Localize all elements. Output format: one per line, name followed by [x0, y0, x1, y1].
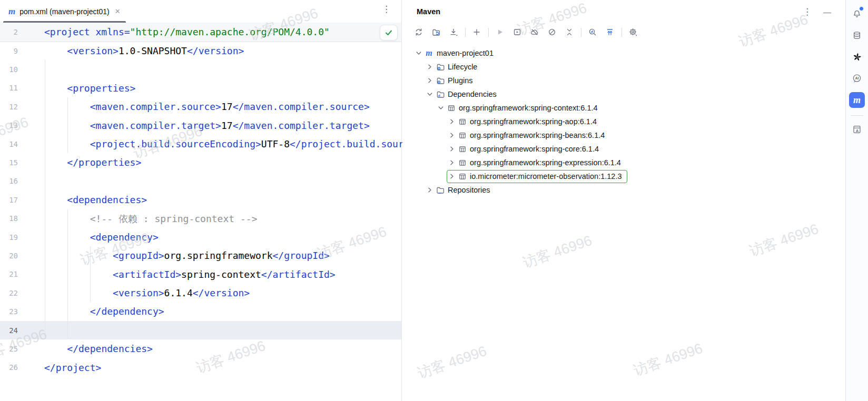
sticky-header-line[interactable]: 2<project xmlns="http://maven.apache.org… [0, 23, 401, 42]
code-text[interactable]: <maven.compiler.target>17</maven.compile… [44, 116, 370, 135]
tab-pom-xml[interactable]: m pom.xml (maven-project01) ✕ [0, 0, 128, 23]
maven-tree: mmaven-project01LifecyclePluginsDependen… [402, 46, 845, 197]
code-text[interactable]: </properties> [44, 153, 141, 172]
code-line-25[interactable]: 25 </dependencies> [0, 339, 401, 358]
code-text[interactable]: <artifactId>spring-context</artifactId> [44, 265, 336, 284]
folder-lib-icon [435, 90, 445, 99]
toggle-offline-mode-button[interactable] [528, 26, 541, 39]
close-tab-icon[interactable]: ✕ [115, 7, 121, 15]
code-line-16[interactable]: 16 [0, 172, 401, 191]
maven-settings-button[interactable] [626, 26, 639, 39]
code-text[interactable]: <!-- 依赖 : spring-context --> [44, 209, 257, 228]
code-line-23[interactable]: 23 </dependency> [0, 302, 401, 320]
tree-item-org-springframework-spring-core-6-1-4[interactable]: org.springframework:spring-core:6.1.4 [402, 142, 845, 156]
code-line-12[interactable]: 12 <maven.compiler.source>17</maven.comp… [0, 97, 401, 116]
chevron-right-icon[interactable] [447, 158, 456, 167]
code-line-21[interactable]: 21 <artifactId>spring-context</artifactI… [0, 265, 401, 284]
tree-item-maven-project01[interactable]: mmaven-project01 [402, 46, 845, 60]
tree-item-io-micrometer-micrometer-observation-1-12-3[interactable]: io.micrometer:micrometer-observation:1.1… [402, 169, 845, 183]
documentation-button[interactable]: A [849, 122, 865, 137]
code-line-9[interactable]: 9 <version>1.0-SNAPSHOT</version> [0, 42, 401, 60]
run-maven-build-button[interactable] [493, 26, 506, 39]
code-text[interactable]: <project xmlns="http://maven.apache.org/… [44, 23, 330, 41]
panel-hide-icon[interactable]: — [823, 7, 831, 16]
tree-item-lifecycle[interactable]: Lifecycle [402, 60, 845, 74]
reload-all-maven-projects-button[interactable] [412, 26, 425, 39]
code-text[interactable]: <maven.compiler.source>17</maven.compile… [44, 97, 370, 116]
chevron-right-icon[interactable] [425, 63, 434, 71]
code-line-24[interactable]: 24 [0, 321, 401, 339]
code-text[interactable]: <version>1.0-SNAPSHOT</version> [44, 42, 244, 60]
code-line-11[interactable]: 11 <properties> [0, 79, 401, 97]
plugin-pinwheel-button[interactable] [849, 49, 865, 65]
code-line-2[interactable]: 2<project xmlns="http://maven.apache.org… [0, 23, 330, 42]
no-circle-icon [548, 28, 556, 36]
code-text[interactable]: <version>6.1.4</version> [44, 284, 250, 302]
chevron-down-icon[interactable] [414, 49, 423, 57]
notification-badge [859, 6, 864, 11]
tree-item-label: org.springframework:spring-aop:6.1.4 [470, 117, 597, 126]
database-button[interactable] [849, 27, 865, 43]
dependency-analyzer-button[interactable] [586, 26, 599, 39]
tree-item-org-springframework-spring-aop-6-1-4[interactable]: org.springframework:spring-aop:6.1.4 [402, 115, 845, 128]
chevron-right-icon[interactable] [425, 186, 434, 194]
code-text[interactable]: </dependency> [44, 302, 164, 320]
code-line-22[interactable]: 22 <version>6.1.4</version> [0, 284, 401, 302]
tree-item-label: Repositories [448, 186, 490, 194]
maven-profiles-button[interactable] [603, 26, 616, 39]
doc-book-icon: A [852, 125, 862, 134]
chevron-right-icon[interactable] [447, 131, 456, 139]
code-line-10[interactable]: 10 [0, 60, 401, 78]
code-text[interactable]: <dependencies> [44, 191, 147, 209]
code-line-19[interactable]: 19 <dependency> [0, 228, 401, 246]
chevron-right-icon[interactable] [447, 172, 456, 181]
code-text[interactable]: <dependency> [44, 228, 159, 246]
maven-tool-window-button[interactable]: m [849, 92, 865, 108]
folder-gear-icon [435, 76, 445, 85]
code-line-14[interactable]: 14 <project.build.sourceEncoding>UTF-8</… [0, 135, 401, 153]
code-text[interactable]: <groupId>org.springframework</groupId> [44, 246, 330, 265]
code-line-15[interactable]: 15 </properties> [0, 153, 401, 172]
indent-guide [90, 246, 91, 302]
code-text[interactable]: </dependencies> [44, 339, 153, 358]
tree-item-dependencies[interactable]: Dependencies [402, 87, 845, 101]
notifications-button[interactable] [849, 6, 865, 22]
tab-options-kebab-icon[interactable]: ⋮ [382, 5, 391, 14]
add-maven-project-button[interactable] [470, 26, 483, 39]
code-text[interactable]: </project> [44, 358, 101, 377]
plus-icon [472, 28, 481, 36]
chevron-right-icon[interactable] [447, 117, 456, 126]
tree-item-label: io.micrometer:micrometer-observation:1.1… [470, 172, 622, 181]
library-icon [457, 172, 467, 181]
tree-item-label: org.springframework:spring-context:6.1.4 [459, 104, 598, 112]
up-arrows-icon [606, 28, 614, 36]
chevron-down-icon[interactable] [436, 104, 445, 112]
maven-tool-window: Maven ⋮ — mmaven-project01LifecyclePlugi… [402, 0, 845, 401]
tree-item-org-springframework-spring-expression-6-1-4[interactable]: org.springframework:spring-expression:6.… [402, 156, 845, 169]
chevron-down-icon[interactable] [425, 90, 434, 98]
svg-text:A: A [856, 128, 859, 133]
tree-item-org-springframework-spring-context-6-1-4[interactable]: org.springframework:spring-context:6.1.4 [402, 101, 845, 115]
chevron-right-icon[interactable] [447, 145, 456, 153]
code-line-26[interactable]: 26</project> [0, 358, 401, 377]
ai-assistant-button[interactable]: AI [849, 71, 865, 86]
code-line-18[interactable]: 18 <!-- 依赖 : spring-context --> [0, 209, 401, 228]
selected-dependency-highlight: io.micrometer:micrometer-observation:1.1… [447, 170, 627, 183]
code-line-17[interactable]: 17 <dependencies> [0, 191, 401, 209]
chevron-right-icon[interactable] [425, 76, 434, 85]
generate-sources-and-update-folders-button[interactable] [429, 26, 442, 39]
download-sources-button[interactable] [447, 26, 460, 39]
editor-tab-bar: m pom.xml (maven-project01) ✕ ⋮ [0, 0, 401, 23]
collapse-all-button[interactable] [563, 26, 576, 39]
code-line-20[interactable]: 20 <groupId>org.springframework</groupId… [0, 246, 401, 265]
code-line-13[interactable]: 13 <maven.compiler.target>17</maven.comp… [0, 116, 401, 135]
execute-maven-goal-button[interactable] [510, 26, 524, 39]
tree-item-org-springframework-spring-beans-6-1-4[interactable]: org.springframework:spring-beans:6.1.4 [402, 128, 845, 142]
code-area[interactable]: 9 <version>1.0-SNAPSHOT</version>1011 <p… [0, 42, 401, 377]
toggle-skip-tests-mode-button[interactable] [545, 26, 558, 39]
panel-options-kebab-icon[interactable]: ⋮ [803, 6, 812, 17]
tree-item-repositories[interactable]: Repositories [402, 183, 845, 197]
inspections-ok-widget[interactable] [380, 25, 398, 41]
tree-item-plugins[interactable]: Plugins [402, 74, 845, 87]
code-text[interactable]: <properties> [44, 79, 135, 97]
